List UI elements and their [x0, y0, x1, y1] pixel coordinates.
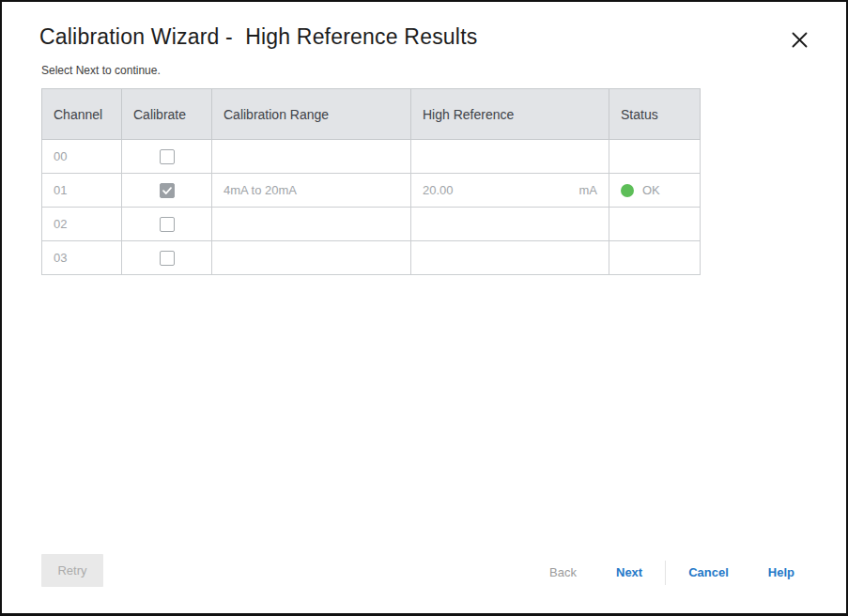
cancel-button[interactable]: Cancel: [688, 560, 729, 586]
next-button[interactable]: Next: [616, 560, 642, 586]
table-row-channel-03: 03: [42, 241, 701, 275]
close-button[interactable]: [787, 27, 811, 52]
table-row-channel-01: 01 4mA to 20mA 20.00 mA OK: [42, 174, 701, 208]
channel-cell: 03: [42, 241, 122, 275]
back-button[interactable]: Back: [549, 560, 577, 586]
column-header-high-reference: High Reference: [411, 89, 609, 140]
status-ok-dot: [621, 184, 634, 197]
high-reference-unit: mA: [579, 183, 598, 197]
close-icon: [792, 32, 808, 48]
retry-button[interactable]: Retry: [41, 554, 103, 587]
dialog-title: Calibration Wizard - High Reference Resu…: [39, 24, 477, 50]
column-header-status: Status: [609, 89, 701, 140]
column-header-channel: Channel: [42, 89, 122, 140]
table-row-channel-00: 00: [42, 140, 701, 174]
channel-cell: 01: [42, 174, 122, 208]
table-header-row: Channel Calibrate Calibration Range High…: [42, 89, 701, 140]
calibration-range-cell: [212, 208, 411, 241]
calibrate-checkbox-02[interactable]: [160, 217, 175, 232]
calibrate-checkbox-01[interactable]: [160, 183, 175, 198]
calibrate-checkbox-03[interactable]: [160, 251, 175, 266]
channel-cell: 00: [42, 140, 122, 174]
calibration-range-cell: [212, 140, 411, 174]
footer-button-group: Back Next Cancel Help: [549, 560, 794, 586]
calibration-range-cell: 4mA to 20mA: [212, 174, 411, 208]
dialog-subtitle: Select Next to continue.: [41, 64, 161, 77]
help-button[interactable]: Help: [768, 560, 794, 586]
status-label: OK: [642, 183, 660, 197]
high-reference-value: 20.00: [423, 183, 454, 197]
footer-divider: [665, 561, 666, 585]
calibration-wizard-dialog: Calibration Wizard - High Reference Resu…: [0, 0, 848, 616]
table-row-channel-02: 02: [42, 208, 701, 241]
column-header-calibration-range: Calibration Range: [212, 89, 411, 140]
calibration-range-cell: [212, 241, 411, 275]
column-header-calibrate: Calibrate: [122, 89, 212, 140]
calibrate-checkbox-00[interactable]: [160, 149, 175, 164]
calibration-results-table: Channel Calibrate Calibration Range High…: [41, 88, 701, 275]
channel-cell: 02: [42, 208, 122, 241]
